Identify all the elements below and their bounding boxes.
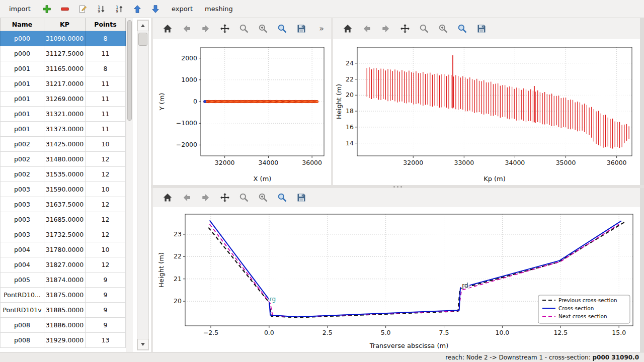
table-cell: p004 bbox=[0, 257, 44, 273]
table-row[interactable]: p00231535.000012 bbox=[0, 167, 126, 182]
svg-text:2000: 2000 bbox=[181, 54, 197, 62]
panel-scrollbar[interactable] bbox=[137, 20, 149, 350]
svg-text:2.5: 2.5 bbox=[323, 329, 333, 336]
plan-view-chart[interactable]: 320003400036000−2000−1000010002000X (m)Y… bbox=[153, 39, 331, 185]
sort-ascending-button[interactable]: 19 bbox=[112, 3, 126, 16]
table-cell: 31321.0000 bbox=[44, 107, 86, 122]
move-down-button[interactable] bbox=[148, 3, 163, 16]
svg-text:Kp (m): Kp (m) bbox=[484, 175, 506, 183]
customize-button[interactable] bbox=[275, 190, 290, 205]
table-cell: p003 bbox=[0, 182, 44, 197]
table-row[interactable]: p00131269.000011 bbox=[0, 92, 126, 107]
table-cell: 31165.0000 bbox=[44, 61, 86, 76]
svg-text:34000: 34000 bbox=[259, 159, 279, 166]
forward-button[interactable] bbox=[198, 21, 213, 36]
back-button[interactable] bbox=[359, 21, 374, 36]
zoom-button[interactable] bbox=[236, 21, 252, 36]
table-row[interactable]: p00831929.000013 bbox=[0, 333, 126, 348]
table-cell: p008 bbox=[0, 333, 44, 348]
cross-section-chart[interactable]: rgrd−2.50.02.55.07.510.012.515.020212223… bbox=[153, 207, 640, 352]
add-button[interactable] bbox=[40, 3, 54, 16]
zoom-icon bbox=[419, 24, 429, 34]
back-icon bbox=[362, 24, 372, 34]
move-up-button[interactable] bbox=[130, 3, 144, 16]
forward-button[interactable] bbox=[198, 190, 213, 205]
pan-icon bbox=[400, 24, 410, 34]
back-button[interactable] bbox=[179, 21, 194, 36]
table-row[interactable]: p00831886.00009 bbox=[0, 318, 126, 333]
export-button[interactable]: export bbox=[167, 3, 198, 15]
pan-icon bbox=[220, 193, 230, 203]
home-button[interactable] bbox=[160, 21, 175, 36]
scroll-strip-top bbox=[640, 18, 644, 185]
save-button[interactable] bbox=[294, 190, 309, 205]
home-button[interactable] bbox=[340, 21, 355, 36]
table-cell: PontRD10... bbox=[0, 288, 44, 303]
subplots-button[interactable] bbox=[256, 190, 271, 205]
table-cell: 11 bbox=[86, 122, 126, 137]
home-icon bbox=[343, 24, 353, 34]
long-profile-panel: 3200033000340003500036000141618202224Kp … bbox=[333, 18, 640, 185]
edit-button[interactable] bbox=[76, 3, 90, 16]
table-row[interactable]: p00031127.500011 bbox=[0, 46, 126, 61]
move-down-icon bbox=[151, 5, 160, 14]
save-icon bbox=[476, 24, 487, 34]
table-row[interactable]: p00331685.000012 bbox=[0, 212, 126, 227]
svg-text:Height (m): Height (m) bbox=[157, 252, 165, 288]
home-button[interactable] bbox=[160, 190, 175, 205]
table-row[interactable]: p00131165.00008 bbox=[0, 61, 126, 76]
zoom-button[interactable] bbox=[417, 21, 432, 36]
splitter-handle-dot bbox=[397, 186, 398, 188]
save-button[interactable] bbox=[474, 21, 489, 36]
main-toolbar: import 1919 export meshing bbox=[0, 0, 644, 18]
table-row[interactable]: p00331732.500012 bbox=[0, 227, 126, 242]
save-button[interactable] bbox=[294, 21, 309, 36]
long-profile-chart[interactable]: 3200033000340003500036000141618202224Kp … bbox=[333, 39, 640, 185]
table-row[interactable]: p00231480.000012 bbox=[0, 152, 126, 167]
column-header-points[interactable]: Points bbox=[86, 18, 126, 31]
remove-button[interactable] bbox=[58, 3, 72, 16]
status-selected-section: p000 31090.0 bbox=[593, 354, 639, 361]
table-cell: 12 bbox=[86, 167, 126, 182]
table-row[interactable]: p00131373.000011 bbox=[0, 122, 126, 137]
sort-descending-button[interactable]: 19 bbox=[94, 3, 108, 16]
table-row[interactable]: p00131217.000011 bbox=[0, 76, 126, 92]
column-header-kp[interactable]: KP bbox=[44, 18, 86, 31]
subplots-button[interactable] bbox=[256, 21, 271, 36]
zoom-button[interactable] bbox=[236, 190, 252, 205]
table-row[interactable]: p00531874.00009 bbox=[0, 273, 126, 288]
svg-text:rg: rg bbox=[270, 296, 276, 303]
svg-text:9: 9 bbox=[116, 9, 118, 14]
table-row[interactable]: PontRD101v31885.00009 bbox=[0, 303, 126, 318]
table-row[interactable]: p00231425.000010 bbox=[0, 137, 126, 152]
table-scrollbar[interactable] bbox=[126, 18, 133, 352]
table-row[interactable]: p00031090.00008 bbox=[0, 31, 126, 46]
table-cell: 31127.5000 bbox=[44, 46, 86, 61]
subplots-button[interactable] bbox=[436, 21, 451, 36]
back-button[interactable] bbox=[179, 190, 194, 205]
pan-button[interactable] bbox=[217, 190, 232, 205]
table-row[interactable]: p00431827.000012 bbox=[0, 257, 126, 273]
customize-button[interactable] bbox=[275, 21, 290, 36]
table-cell: p003 bbox=[0, 227, 44, 242]
table-row[interactable]: p00331637.500012 bbox=[0, 197, 126, 212]
meshing-button[interactable]: meshing bbox=[200, 3, 238, 15]
scroll-up-button[interactable] bbox=[137, 20, 148, 31]
scroll-down-button[interactable] bbox=[137, 339, 148, 350]
table-row[interactable]: p00431780.000010 bbox=[0, 242, 126, 257]
table-row[interactable]: PontRD10...31875.00009 bbox=[0, 288, 126, 303]
table-cell: 11 bbox=[86, 76, 126, 92]
pan-button[interactable] bbox=[217, 21, 232, 36]
customize-button[interactable] bbox=[455, 21, 470, 36]
home-icon bbox=[163, 24, 173, 34]
column-header-name[interactable]: Name bbox=[0, 18, 44, 31]
table-row[interactable]: p00331590.000010 bbox=[0, 182, 126, 197]
import-button[interactable]: import bbox=[4, 3, 36, 15]
table-scrollbar-thumb[interactable] bbox=[127, 20, 132, 121]
table-cell: p008 bbox=[0, 318, 44, 333]
toolbar-overflow-chevron[interactable]: » bbox=[319, 25, 324, 33]
table-row[interactable]: p00131321.000011 bbox=[0, 107, 126, 122]
panel-scrollbar-thumb[interactable] bbox=[138, 33, 147, 46]
pan-button[interactable] bbox=[397, 21, 413, 36]
forward-button[interactable] bbox=[378, 21, 393, 36]
